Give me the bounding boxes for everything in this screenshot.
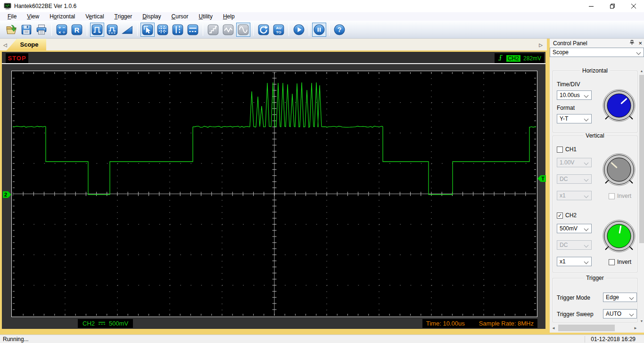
vertical-group: Vertical CH1 1.00V DC x1 Invert [553, 136, 637, 272]
ch2-vertical-knob[interactable] [602, 219, 636, 253]
ch1-probe-select: x1 [557, 191, 592, 200]
ch2-checkbox[interactable]: ✓ [557, 212, 563, 219]
menu-trigger[interactable]: Trigger [109, 13, 138, 20]
run-stop-indicator[interactable]: STOP [6, 53, 28, 63]
scroll-down-icon[interactable]: ▼ [639, 318, 644, 324]
pin-icon[interactable] [629, 40, 635, 47]
pulse-wave-button[interactable] [105, 23, 119, 37]
trigger-mode-value: Edge [606, 294, 619, 301]
horizontal-cursors-button[interactable] [186, 23, 200, 37]
menu-utility[interactable]: Utility [194, 13, 218, 20]
horizontal-scrollbar[interactable]: ◄ ► [550, 324, 639, 332]
ramp-button[interactable] [120, 23, 134, 37]
menu-cursor[interactable]: Cursor [166, 13, 194, 20]
ch2-invert-row: Invert [609, 259, 631, 265]
ch1-checkbox[interactable] [557, 147, 563, 153]
trigger-edge-icon [497, 54, 504, 63]
sample-rate-value: Sample Rate: 8MHz [479, 320, 534, 327]
menu-horizontal[interactable]: Horizontal [44, 13, 80, 20]
cursor-button[interactable] [140, 23, 155, 37]
ch1-probe-value: x1 [560, 192, 566, 199]
panel-selector-dropdown[interactable]: Scope [550, 48, 644, 57]
scroll-up-icon[interactable]: ▲ [639, 67, 644, 74]
open-button[interactable] [4, 23, 18, 37]
chevron-down-icon [584, 177, 589, 182]
sine-wave-button [236, 23, 250, 37]
menu-display[interactable]: Display [137, 13, 166, 20]
chevron-down-icon [584, 161, 589, 165]
tab-scope[interactable]: Scope [7, 39, 46, 50]
trigger-mode-select[interactable]: Edge [603, 293, 637, 302]
square-wave-button[interactable] [90, 23, 104, 37]
chevron-down-icon [584, 93, 589, 98]
svg-text:TO: TO [276, 30, 281, 34]
close-button[interactable] [623, 0, 644, 12]
format-label: Format [557, 105, 575, 111]
ch2-volts-select[interactable]: 500mV [557, 224, 592, 233]
menu-vertical[interactable]: Vertical [80, 13, 109, 20]
control-panel: Control Panel × Scope Horizontal Time/DI… [550, 39, 644, 333]
ch2-coupling-select: DC [557, 240, 592, 250]
ch1-vertical-knob[interactable] [602, 152, 636, 187]
panel-selector-value: Scope [553, 49, 569, 56]
toolbar-separator [51, 24, 52, 36]
dc-coupling-icon [98, 320, 106, 327]
help-button[interactable]: ? [332, 23, 347, 37]
ch2-probe-select[interactable]: x1 [557, 257, 592, 266]
channel-label: CH2 [83, 320, 95, 327]
ch1-invert-checkbox [609, 193, 615, 199]
ch1-invert-row: Invert [609, 193, 631, 199]
vertical-scrollbar[interactable]: ▲ ▼ [639, 67, 644, 324]
trigger-level-marker[interactable]: T [537, 175, 546, 182]
toolbar-separator [329, 24, 330, 36]
status-bar: Running... 01-12-2018 16:29 [0, 335, 644, 343]
trigger-sweep-select[interactable]: AUTO [603, 309, 637, 318]
window-title: Hantek6022BE Ver 1.0.6 [14, 3, 76, 9]
play-button[interactable] [292, 23, 306, 37]
control-panel-header: Control Panel × [550, 39, 644, 48]
trigger-group: Trigger Trigger Mode Edge Trigger Sweep … [553, 278, 637, 322]
time-div-value: 10.00us [560, 92, 580, 98]
panel-close-icon[interactable]: × [638, 40, 642, 47]
trigger-mode-label: Trigger Mode [557, 294, 590, 301]
menu-file[interactable]: File [2, 13, 22, 20]
channel2-position-marker[interactable]: 2 [3, 191, 11, 198]
scroll-left-icon[interactable]: ◄ [550, 326, 557, 330]
toolbar-separator [253, 24, 254, 36]
reference-button[interactable]: R [70, 23, 84, 37]
math-button[interactable]: +−×÷ [55, 23, 69, 37]
print-button[interactable] [34, 23, 49, 37]
grid-button[interactable] [156, 23, 170, 37]
datetime-text: 01-12-2018 16:29 [585, 336, 644, 343]
toolbar-separator [137, 24, 138, 36]
horizontal-group-title: Horizontal [580, 67, 610, 74]
minimize-button[interactable] [580, 0, 602, 12]
scroll-right-icon[interactable]: ► [632, 326, 639, 330]
tab-scroll-right-button[interactable]: ▷ [537, 42, 544, 48]
format-select[interactable]: Y-T [557, 114, 592, 123]
menu-bar: FileViewHorizontalVerticalTriggerDisplay… [0, 12, 644, 21]
workspace: ◁ Scope ▷ STOP CH2 282mV 2 T CH2 500 [0, 39, 644, 335]
toolbar-separator [289, 24, 289, 36]
format-value: Y-T [560, 115, 568, 122]
ch1-invert-label: Invert [617, 193, 631, 199]
svg-text:÷: ÷ [63, 29, 66, 34]
chevron-down-icon [629, 295, 634, 300]
ch2-invert-checkbox[interactable] [609, 259, 615, 265]
menu-view[interactable]: View [22, 13, 44, 20]
horizontal-knob[interactable] [602, 88, 636, 123]
vertical-cursors-button[interactable] [171, 23, 185, 37]
tab-scroll-left-button[interactable]: ◁ [2, 42, 8, 48]
trigger-group-title: Trigger [584, 275, 606, 281]
horizontal-scroll-thumb[interactable] [558, 325, 615, 331]
auto-set-button[interactable]: AUTO [272, 23, 286, 37]
toolbar-separator [87, 24, 87, 36]
time-div-select[interactable]: 10.00us [557, 90, 592, 100]
menu-help[interactable]: Help [218, 13, 240, 20]
save-button[interactable] [19, 23, 33, 37]
ch1-volts-value: 1.00V [560, 159, 574, 166]
refresh-button[interactable] [256, 23, 271, 37]
restore-button[interactable] [602, 0, 623, 12]
vertical-scroll-thumb[interactable] [639, 75, 644, 243]
pause-button[interactable] [312, 23, 326, 37]
